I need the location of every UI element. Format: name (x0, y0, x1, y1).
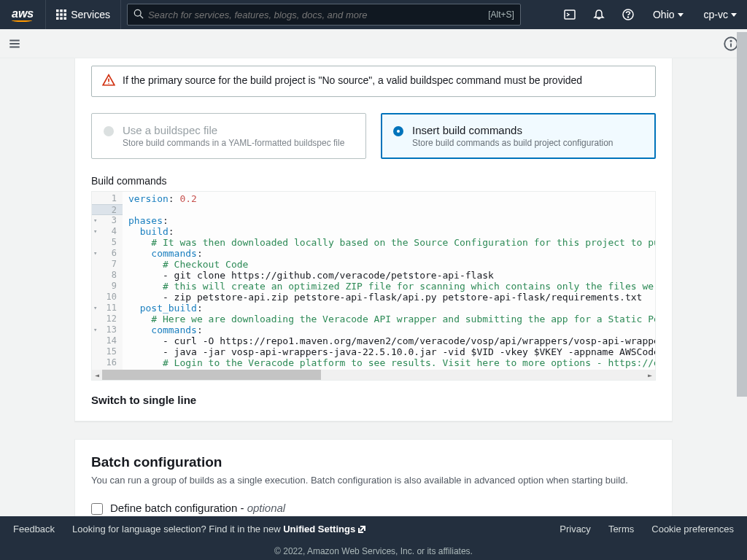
top-nav: aws Services [Alt+S] Ohio cp-vc (0, 0, 747, 29)
account-menu[interactable]: cp-vc (694, 0, 747, 29)
svg-rect-4 (61, 13, 63, 16)
aws-logo[interactable]: aws (0, 7, 45, 22)
services-label: Services (71, 9, 110, 20)
services-menu[interactable]: Services (45, 0, 121, 29)
svg-rect-2 (64, 9, 67, 12)
caret-down-icon (731, 13, 737, 17)
svg-rect-8 (64, 18, 67, 20)
notifications-icon[interactable] (584, 0, 614, 29)
search-icon (133, 9, 144, 21)
svg-point-13 (627, 17, 628, 18)
help-icon[interactable] (614, 0, 643, 29)
svg-rect-3 (56, 13, 59, 16)
region-selector[interactable]: Ohio (643, 0, 694, 29)
cloudshell-icon[interactable] (555, 0, 584, 29)
search-input[interactable] (144, 9, 488, 20)
svg-rect-1 (61, 9, 63, 12)
svg-rect-6 (56, 18, 59, 20)
svg-rect-7 (61, 18, 63, 20)
grid-icon (56, 9, 66, 20)
svg-point-9 (134, 9, 141, 16)
caret-down-icon (678, 13, 684, 17)
svg-line-10 (140, 15, 143, 18)
svg-rect-0 (56, 9, 59, 12)
search-shortcut: [Alt+S] (488, 9, 514, 20)
svg-rect-5 (64, 13, 67, 16)
global-search[interactable]: [Alt+S] (127, 4, 521, 26)
